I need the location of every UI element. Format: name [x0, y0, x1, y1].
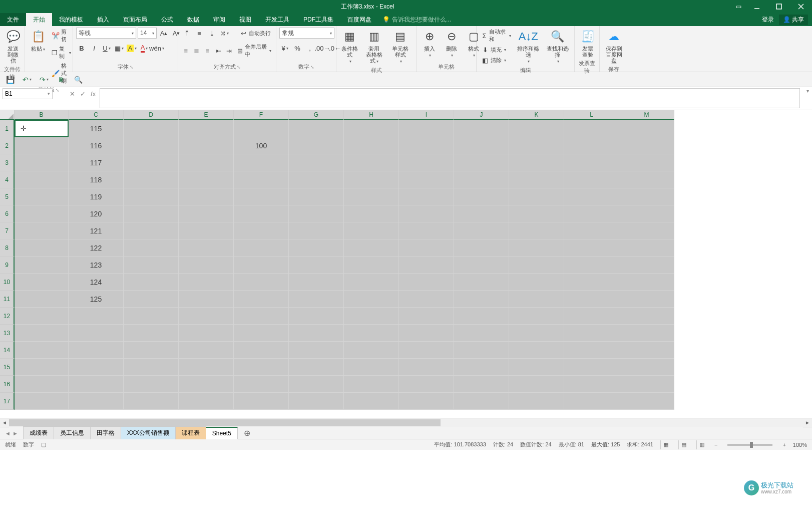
column-header-M[interactable]: M — [619, 110, 674, 120]
tab-insert[interactable]: 插入 — [90, 13, 116, 26]
cell-B17[interactable] — [15, 393, 69, 410]
cell-G1[interactable] — [289, 120, 344, 137]
copy-button[interactable]: ❐复制▾ — [50, 45, 73, 61]
cell-C7[interactable]: 121 — [69, 222, 124, 239]
cell-H15[interactable] — [344, 359, 399, 376]
cell-M13[interactable] — [619, 325, 674, 342]
align-right-icon[interactable]: ≡ — [203, 45, 212, 56]
cell-G6[interactable] — [289, 205, 344, 222]
tab-templates[interactable]: 我的模板 — [52, 13, 90, 26]
new-sheet-button[interactable]: ⊕ — [241, 427, 253, 439]
number-expand-icon[interactable]: ⤡ — [310, 65, 314, 70]
cell-C14[interactable] — [69, 342, 124, 359]
sheet-tab-Sheet5[interactable]: Sheet5 — [206, 427, 238, 439]
sheet-nav-first-icon[interactable]: ◄ — [5, 430, 11, 436]
row-header-7[interactable]: 7 — [0, 222, 15, 239]
cell-L4[interactable] — [564, 171, 619, 188]
cell-H6[interactable] — [344, 205, 399, 222]
comma-icon[interactable]: , — [304, 43, 315, 54]
cell-F4[interactable] — [234, 171, 289, 188]
cell-M15[interactable] — [619, 359, 674, 376]
cell-C3[interactable]: 117 — [69, 154, 124, 171]
undo-button[interactable]: ↶▾ — [22, 75, 32, 85]
cell-B14[interactable] — [15, 342, 69, 359]
cell-F11[interactable] — [234, 291, 289, 308]
cell-F9[interactable] — [234, 256, 289, 274]
column-header-L[interactable]: L — [564, 110, 619, 120]
cell-F7[interactable] — [234, 222, 289, 239]
cell-E12[interactable] — [179, 308, 234, 325]
cell-E16[interactable] — [179, 376, 234, 393]
wechat-send-button[interactable]: 💬发送 到微信 — [3, 28, 23, 65]
delete-cells-button[interactable]: ⊖删除▾ — [442, 28, 462, 60]
tab-developer[interactable]: 开发工具 — [258, 13, 296, 26]
cell-I10[interactable] — [399, 274, 454, 291]
cell-E17[interactable] — [179, 393, 234, 410]
cell-M6[interactable] — [619, 205, 674, 222]
tab-pdf[interactable]: PDF工具集 — [296, 13, 340, 26]
paste-button[interactable]: 📋粘贴▾ — [28, 28, 48, 54]
cell-L11[interactable] — [564, 291, 619, 308]
cell-I8[interactable] — [399, 239, 454, 256]
zoom-in-icon[interactable]: + — [782, 442, 785, 448]
cell-K12[interactable] — [509, 308, 564, 325]
cell-C16[interactable] — [69, 376, 124, 393]
cell-J17[interactable] — [454, 393, 509, 410]
cell-M3[interactable] — [619, 154, 674, 171]
cell-B2[interactable] — [15, 137, 69, 154]
cell-C11[interactable]: 125 — [69, 291, 124, 308]
ribbon-options-icon[interactable]: ▭ — [731, 0, 746, 13]
cell-D5[interactable] — [124, 188, 179, 205]
formula-bar-collapse-icon[interactable]: ▾ — [803, 88, 812, 94]
border-button[interactable]: ▦▾ — [114, 43, 125, 54]
cell-E14[interactable] — [179, 342, 234, 359]
cell-M7[interactable] — [619, 222, 674, 239]
row-header-11[interactable]: 11 — [0, 291, 15, 308]
cell-I9[interactable] — [399, 256, 454, 274]
cell-B9[interactable] — [15, 256, 69, 274]
cell-I13[interactable] — [399, 325, 454, 342]
cell-K2[interactable] — [509, 137, 564, 154]
cell-M10[interactable] — [619, 274, 674, 291]
cancel-formula-icon[interactable]: ✕ — [70, 90, 75, 98]
cell-D15[interactable] — [124, 359, 179, 376]
cell-L9[interactable] — [564, 256, 619, 274]
minimize-button[interactable] — [746, 0, 768, 13]
row-header-12[interactable]: 12 — [0, 308, 15, 325]
cell-M9[interactable] — [619, 256, 674, 274]
cell-H5[interactable] — [344, 188, 399, 205]
tab-review[interactable]: 审阅 — [206, 13, 232, 26]
cell-L15[interactable] — [564, 359, 619, 376]
view-pagelayout-icon[interactable]: ▤ — [678, 440, 689, 449]
cell-L5[interactable] — [564, 188, 619, 205]
cell-M11[interactable] — [619, 291, 674, 308]
cell-G15[interactable] — [289, 359, 344, 376]
cell-D13[interactable] — [124, 325, 179, 342]
cell-L13[interactable] — [564, 325, 619, 342]
cell-E3[interactable] — [179, 154, 234, 171]
row-header-16[interactable]: 16 — [0, 376, 15, 393]
cell-B13[interactable] — [15, 325, 69, 342]
cell-B16[interactable] — [15, 376, 69, 393]
scroll-left-icon[interactable]: ◄ — [0, 418, 9, 427]
cell-I6[interactable] — [399, 205, 454, 222]
wrap-text-button[interactable]: ↩自动换行 — [238, 29, 272, 38]
baidu-save-button[interactable]: ☁保存到 百度网盘 — [603, 28, 625, 65]
cell-D11[interactable] — [124, 291, 179, 308]
column-header-I[interactable]: I — [399, 110, 454, 120]
row-header-3[interactable]: 3 — [0, 154, 15, 171]
cell-L7[interactable] — [564, 222, 619, 239]
fill-color-button[interactable]: A▾ — [126, 43, 137, 54]
cell-I16[interactable] — [399, 376, 454, 393]
zoom-slider[interactable] — [727, 444, 772, 446]
insert-cells-button[interactable]: ⊕插入▾ — [420, 28, 440, 60]
orientation-icon[interactable]: ⤭▾ — [219, 28, 230, 39]
sheet-tab-XXX公司销售额[interactable]: XXX公司销售额 — [121, 426, 176, 439]
cell-G12[interactable] — [289, 308, 344, 325]
cell-G7[interactable] — [289, 222, 344, 239]
clipboard-expand-icon[interactable]: ⤡ — [56, 88, 60, 93]
cell-H3[interactable] — [344, 154, 399, 171]
autosum-button[interactable]: Σ自动求和▾ — [480, 28, 513, 44]
cell-M17[interactable] — [619, 393, 674, 410]
cell-C17[interactable] — [69, 393, 124, 410]
